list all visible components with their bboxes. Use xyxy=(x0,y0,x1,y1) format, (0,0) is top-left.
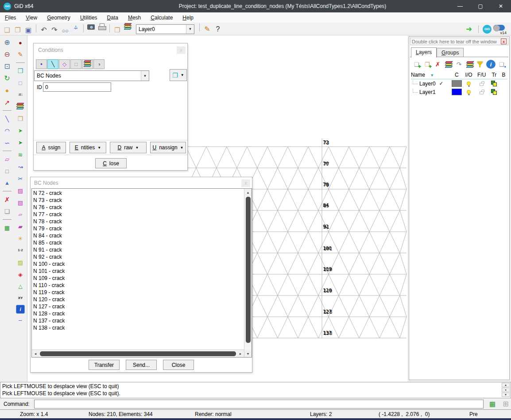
list-item[interactable]: N 79 - crack xyxy=(33,225,244,232)
page-info-icon[interactable]: ❏ xyxy=(2,206,12,217)
back-arrow-icon[interactable]: ↷ xyxy=(454,60,464,69)
list-item[interactable]: N 109 - crack xyxy=(33,275,244,282)
dashed-line-icon[interactable]: ╌ xyxy=(15,315,26,326)
column-header-tr[interactable]: Tr xyxy=(488,72,500,78)
grid-toggle-icon[interactable]: ⊞ xyxy=(500,399,511,409)
zoom-in-icon[interactable]: ⊕ xyxy=(2,37,12,48)
chevron-down-icon[interactable]: ▼ xyxy=(186,25,194,34)
close-button[interactable]: ✕ xyxy=(491,0,511,12)
small-surface-icon[interactable]: ▱ xyxy=(15,209,26,220)
draw-button[interactable]: Draw ▼ xyxy=(110,142,147,153)
zoom-dynamic-icon[interactable]: ⊙⊙ xyxy=(60,26,70,36)
open-project-icon[interactable]: ❐ xyxy=(12,24,23,35)
new-layer-icon[interactable]: ❏✚ xyxy=(412,60,421,69)
list-item[interactable]: N 73 - crack xyxy=(33,197,244,204)
scroll-right-icon[interactable]: ► xyxy=(237,350,244,357)
vertical-scroll-thumb[interactable] xyxy=(246,197,251,343)
list-item[interactable]: N 77 - crack xyxy=(33,211,244,218)
layer-name[interactable]: Layer1 xyxy=(419,89,436,95)
polyline-points-icon[interactable]: ↝ xyxy=(15,161,26,172)
tearoff-header[interactable]: Double click here to tear off the window… xyxy=(410,38,508,45)
layer-properties-icon[interactable]: ❏● xyxy=(497,60,506,69)
layer-color-swatch[interactable] xyxy=(452,89,462,95)
surface-condition-toggle[interactable]: ◇ xyxy=(59,59,70,69)
striped-surface2-icon[interactable]: ▧ xyxy=(15,197,26,208)
id-field[interactable] xyxy=(43,82,111,92)
list-item[interactable]: N 138 - crack xyxy=(33,324,244,331)
snapshot-icon[interactable] xyxy=(86,22,97,32)
column-header-io[interactable]: I/O xyxy=(463,72,475,78)
list-item[interactable]: N 91 - crack xyxy=(33,246,244,253)
book-conditions-icon[interactable]: ❒ xyxy=(15,66,26,76)
close-conditions-button[interactable]: Close xyxy=(95,158,127,168)
rotate-left-icon[interactable]: ↶ xyxy=(39,25,49,35)
layer-row[interactable]: Layer1 xyxy=(411,88,507,96)
gid-logo-icon[interactable]: GiD xyxy=(483,25,492,34)
print-icon[interactable] xyxy=(97,22,107,32)
menu-help[interactable]: Help xyxy=(178,13,198,22)
layer-name[interactable]: Layer0 xyxy=(419,81,436,87)
groups-condition-toggle[interactable]: ◑ xyxy=(93,59,105,69)
visibility-bulb-icon[interactable] xyxy=(467,90,471,94)
volume-condition-toggle[interactable]: □ xyxy=(70,59,81,69)
node-listbox[interactable]: N 72 - crackN 73 - crackN 76 - crackN 77… xyxy=(31,188,252,358)
list-item[interactable]: N 127 - crack xyxy=(33,303,244,310)
list-item[interactable]: N 92 - crack xyxy=(33,253,244,261)
tearoff-close-icon[interactable]: x xyxy=(501,39,507,44)
line-condition-toggle-icon[interactable]: ╲ xyxy=(48,59,58,70)
transparency-icon[interactable] xyxy=(491,81,497,87)
delete-layer-icon[interactable]: ✗ xyxy=(433,60,442,69)
assign-button[interactable]: Assign xyxy=(36,142,66,153)
layers-stack-icon[interactable] xyxy=(15,101,26,112)
layers-condition-toggle-icon[interactable] xyxy=(82,59,93,70)
point-condition-toggle[interactable]: ● xyxy=(36,59,47,69)
scroll-left-icon[interactable]: ◄ xyxy=(32,350,39,357)
big-surface-icon[interactable]: ▰ xyxy=(15,221,26,232)
groups-condition-toggle-icon[interactable]: ◑ xyxy=(94,59,104,70)
surface-condition-toggle-icon[interactable]: ◇ xyxy=(59,59,70,70)
page-to-layer-icon[interactable]: ❒ xyxy=(112,24,123,35)
scroll-up-icon[interactable]: ▲ xyxy=(244,189,252,196)
help-icon[interactable]: ? xyxy=(213,24,223,35)
menu-calculate[interactable]: Calculate xyxy=(146,13,178,22)
zoom-frame-icon[interactable]: ⊡ xyxy=(2,61,12,72)
condition-type-combobox[interactable]: BC Nodes ▼ xyxy=(34,70,149,81)
point-condition-toggle-icon[interactable]: ● xyxy=(36,59,46,70)
horizontal-scrollbar[interactable]: ◄ ► xyxy=(32,350,244,357)
entities-button[interactable]: Entities ▼ xyxy=(70,142,106,153)
layer-entities-icon[interactable]: ? xyxy=(465,60,474,69)
split-scissors-icon[interactable]: ✂ xyxy=(15,173,26,184)
condition-book-button[interactable]: ❒ ▼ xyxy=(170,69,187,81)
unlock-icon[interactable] xyxy=(480,83,484,86)
list-item[interactable]: N 84 - crack xyxy=(33,232,244,239)
tab-layers[interactable]: Layers xyxy=(411,47,437,58)
tab-groups[interactable]: Groups xyxy=(437,48,464,57)
surface-create-icon[interactable]: ➤ xyxy=(15,125,26,136)
menu-utilities[interactable]: Utilities xyxy=(75,13,102,22)
new-folder-icon[interactable]: ❐✚ xyxy=(422,60,432,69)
layer-color-swatch[interactable] xyxy=(452,80,462,87)
spline-tool-icon[interactable]: ∽ xyxy=(2,137,12,148)
message-scroll-down-icon[interactable]: ▼ xyxy=(502,393,510,397)
hardware-chip-icon[interactable]: ▦ xyxy=(487,399,498,409)
render-icon[interactable]: ● xyxy=(2,85,12,96)
layers-condition-toggle[interactable] xyxy=(82,59,93,69)
primitives-icon[interactable]: ▲ xyxy=(2,178,12,188)
layer-row[interactable]: Layer0✓ xyxy=(411,79,507,88)
list-item[interactable]: N 120 - crack xyxy=(33,296,244,303)
unassign-button[interactable]: Unassign ▼ xyxy=(150,142,186,153)
notes-edit-icon[interactable]: ✎ xyxy=(15,49,26,60)
measure-icon[interactable]: △ xyxy=(15,281,26,292)
renumber-icon[interactable]: 1·2 xyxy=(15,245,26,256)
column-header-name[interactable]: Name ▼ xyxy=(411,72,451,78)
close-bc-button[interactable]: Close xyxy=(163,360,194,370)
pan-icon[interactable]: ↔↕ xyxy=(70,22,81,32)
view-info-icon[interactable]: i xyxy=(16,305,25,314)
filter-icon[interactable] xyxy=(476,60,485,69)
horizontal-scroll-thumb[interactable] xyxy=(40,351,236,356)
menu-data[interactable]: Data xyxy=(102,13,123,22)
redraw-icon[interactable]: ↻ xyxy=(2,73,12,84)
red-grid-icon[interactable]: ◈ xyxy=(15,269,26,280)
close-icon[interactable]: x xyxy=(241,179,250,187)
chevron-down-icon[interactable]: ▼ xyxy=(141,71,149,81)
